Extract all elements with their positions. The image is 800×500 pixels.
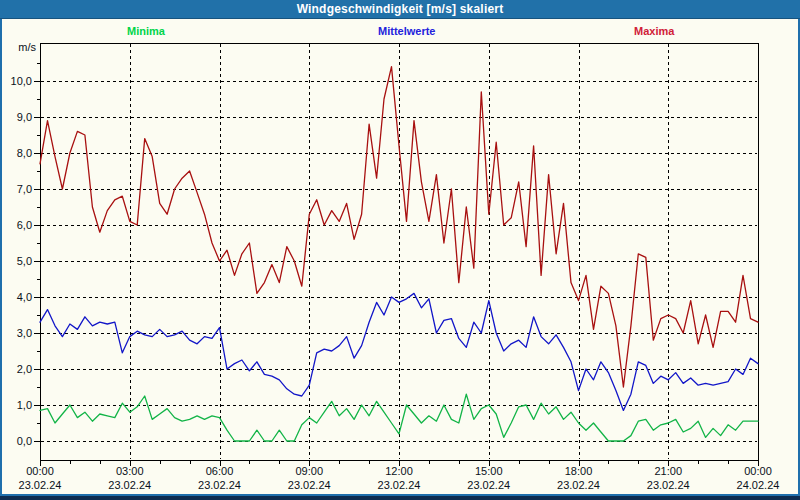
legend-maxima: Maxima bbox=[634, 25, 674, 37]
mittelwerte-line bbox=[40, 293, 758, 410]
y-axis-tick-label: 4,0 bbox=[17, 291, 32, 303]
y-axis-tick-label: 7,0 bbox=[17, 183, 32, 195]
y-axis-tick-label: 1,0 bbox=[17, 399, 32, 411]
x-axis-date-label: 23.02.24 bbox=[557, 479, 600, 491]
y-axis-tick-label: 6,0 bbox=[17, 219, 32, 231]
x-axis-date-label: 23.02.24 bbox=[19, 479, 62, 491]
y-axis-unit-label: m/s bbox=[18, 41, 36, 53]
x-axis-time-label: 00:00 bbox=[26, 465, 54, 477]
y-axis-tick-label: 5,0 bbox=[17, 255, 32, 267]
x-axis-date-label: 24.02.24 bbox=[737, 479, 780, 491]
x-axis-date-label: 23.02.24 bbox=[467, 479, 510, 491]
x-axis-date-label: 23.02.24 bbox=[378, 479, 421, 491]
y-axis-tick-label: 3,0 bbox=[17, 327, 32, 339]
y-axis-tick-label: 2,0 bbox=[17, 363, 32, 375]
x-axis-time-label: 18:00 bbox=[565, 465, 593, 477]
app-window: Windgeschwindigkeit [m/s] skaliert Minim… bbox=[0, 0, 800, 500]
window-border-left bbox=[0, 19, 2, 500]
x-axis-date-label: 23.02.24 bbox=[108, 479, 151, 491]
x-axis-time-label: 12:00 bbox=[385, 465, 413, 477]
x-axis-date-label: 23.02.24 bbox=[647, 479, 690, 491]
x-axis-time-label: 03:00 bbox=[116, 465, 144, 477]
window-bottom-strip bbox=[0, 496, 800, 500]
window-title: Windgeschwindigkeit [m/s] skaliert bbox=[297, 2, 504, 16]
x-axis-time-label: 21:00 bbox=[654, 465, 682, 477]
minima-line bbox=[40, 394, 758, 441]
x-axis-date-label: 23.02.24 bbox=[198, 479, 241, 491]
x-axis-time-label: 00:00 bbox=[744, 465, 772, 477]
x-axis-time-label: 09:00 bbox=[295, 465, 323, 477]
y-axis-tick-label: 9,0 bbox=[17, 111, 32, 123]
y-axis-tick-label: 0,0 bbox=[17, 435, 32, 447]
legend-minima: Minima bbox=[127, 25, 165, 37]
legend-mittelwerte: Mittelwerte bbox=[378, 25, 435, 37]
x-axis-time-label: 15:00 bbox=[475, 465, 503, 477]
plot-frame bbox=[41, 44, 759, 461]
y-axis-tick-label: 8,0 bbox=[17, 147, 32, 159]
title-bar: Windgeschwindigkeit [m/s] skaliert bbox=[0, 0, 800, 19]
maxima-line bbox=[40, 67, 758, 387]
y-axis-tick-label: 10,0 bbox=[11, 75, 32, 87]
wind-speed-chart: 0,01,02,03,04,05,06,07,08,09,010,0m/s00:… bbox=[0, 0, 800, 500]
x-axis-date-label: 23.02.24 bbox=[288, 479, 331, 491]
x-axis-time-label: 06:00 bbox=[206, 465, 234, 477]
